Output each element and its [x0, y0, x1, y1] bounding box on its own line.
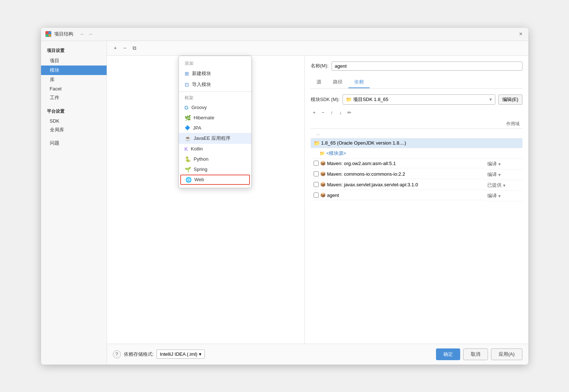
- new-module-icon: ⊞: [185, 71, 189, 76]
- dep-move-down-button[interactable]: ↓: [337, 109, 344, 116]
- jpa-icon: 🔷: [185, 125, 190, 130]
- maven-commons-scope[interactable]: 编译 ▾: [484, 169, 522, 180]
- maven-asm-scope[interactable]: 编译 ▾: [484, 159, 522, 169]
- javaee-icon: ☕: [185, 135, 191, 141]
- action-buttons: 确定 取消 应用(A): [436, 348, 522, 360]
- maven-asm-icon: 📦: [320, 161, 326, 166]
- dropdown-item-jpa[interactable]: 🔷 JPA: [179, 123, 251, 133]
- name-label: 名称(M):: [311, 63, 329, 69]
- dep-edit-button[interactable]: ✏: [346, 109, 353, 116]
- dropdown-item-kotlin[interactable]: K Kotlin: [179, 144, 251, 154]
- sidebar-item-problems[interactable]: 问题: [41, 138, 107, 148]
- scope-chevron-icon: ▾: [498, 193, 501, 199]
- close-button[interactable]: ×: [518, 31, 524, 37]
- module-source-link[interactable]: <模块源>: [326, 150, 346, 157]
- tab-source[interactable]: 源: [311, 76, 327, 88]
- tab-bar: 源 路径 依赖: [311, 76, 522, 89]
- sidebar-section-project-settings: 项目设置: [41, 45, 107, 56]
- add-dropdown: 添加 ⊞ 新建模块 ⊡ 导入模块 框架 G Groovy 🌿 Hibernat: [178, 56, 252, 188]
- name-input[interactable]: [332, 61, 522, 71]
- table-row[interactable]: 📁 1.8_65 (Oracle OpenJDK version 1.8....…: [311, 138, 522, 148]
- dep-checkbox-agent[interactable]: [314, 193, 319, 198]
- dep-checkbox-servlet[interactable]: [314, 182, 319, 187]
- maven-servlet-name: Maven: javax.servlet:javax.servlet-api:3…: [327, 182, 418, 187]
- sdk-chevron-icon: ▾: [489, 97, 492, 102]
- project-structure-dialog: 项目结构 ← → × 项目设置 项目 模块 库 Facet 工件 平台设置 SD…: [41, 28, 528, 365]
- dependency-table: 作用域 ... 📁 1.8_65 (Oracle Open: [311, 119, 522, 202]
- sdk-dep-icon: 📁: [314, 140, 320, 146]
- dropdown-item-groovy[interactable]: G Groovy: [179, 102, 251, 113]
- dep-remove-button[interactable]: −: [319, 109, 327, 116]
- module-detail-pane: 名称(M): 源 路径 依赖 模块SDK (M): 📁 项: [305, 56, 528, 344]
- table-row[interactable]: 📦 Maven: org.ow2.asm:asm-all:5.1 编译 ▾: [311, 159, 522, 169]
- title-bar: 项目结构 ← → ×: [41, 28, 528, 41]
- frameworks-section-label: 框架: [179, 93, 251, 102]
- sdk-label: 模块SDK (M):: [311, 96, 340, 103]
- tab-path[interactable]: 路径: [327, 76, 348, 88]
- dropdown-item-new-module[interactable]: ⊞ 新建模块: [179, 68, 251, 79]
- apply-button[interactable]: 应用(A): [491, 348, 522, 360]
- sdk-dep-name: 1.8_65 (Oracle OpenJDK version 1.8....): [321, 140, 406, 146]
- kotlin-icon: K: [185, 146, 188, 152]
- dropdown-item-import-module[interactable]: ⊡ 导入模块: [179, 79, 251, 90]
- module-agent-icon: 📦: [320, 193, 326, 198]
- dropdown-item-spring[interactable]: 🌱 Spring: [179, 164, 251, 175]
- dep-col-name: [311, 119, 484, 129]
- sidebar-item-project[interactable]: 项目: [41, 56, 107, 66]
- ok-button[interactable]: 确定: [436, 348, 460, 360]
- back-button[interactable]: ←: [79, 30, 86, 38]
- sidebar-item-sdk[interactable]: SDK: [41, 117, 107, 125]
- table-row[interactable]: 📦 Maven: commons-io:commons-io:2.2 编译 ▾: [311, 169, 522, 180]
- add-button[interactable]: +: [111, 44, 119, 52]
- remove-button[interactable]: −: [121, 44, 129, 52]
- scope-chevron-icon: ▾: [498, 172, 501, 178]
- sidebar-item-artifact[interactable]: 工件: [41, 93, 107, 102]
- dropdown-item-javaee[interactable]: ☕ JavaEE 应用程序: [179, 133, 251, 144]
- maven-servlet-scope[interactable]: 已提供 ▾: [484, 180, 522, 191]
- sidebar: 项目设置 项目 模块 库 Facet 工件 平台设置 SDK 全局库 问题: [41, 41, 107, 365]
- maven-commons-icon: 📦: [320, 171, 326, 176]
- python-icon: 🐍: [185, 156, 191, 162]
- svg-rect-0: [46, 31, 48, 34]
- dep-move-up-button[interactable]: ↑: [328, 109, 336, 116]
- main-content: 项目设置 项目 模块 库 Facet 工件 平台设置 SDK 全局库 问题 + …: [41, 41, 528, 365]
- svg-rect-2: [46, 34, 48, 37]
- dep-checkbox-asm[interactable]: [314, 161, 319, 166]
- scope-chevron-icon: ▾: [498, 161, 501, 167]
- dep-add-button[interactable]: +: [311, 109, 318, 116]
- help-button[interactable]: ?: [113, 350, 121, 358]
- cancel-button[interactable]: 取消: [463, 348, 488, 360]
- module-toolbar: + − ⧉: [107, 41, 528, 56]
- table-row[interactable]: 📦 agent 编译 ▾: [311, 191, 522, 201]
- sidebar-item-module[interactable]: 模块: [41, 66, 107, 75]
- dep-format-select[interactable]: IntelliJ IDEA (.iml) ▾: [156, 350, 205, 359]
- sdk-dep-scope: [484, 138, 522, 148]
- table-row[interactable]: 📁 <模块源>: [311, 148, 522, 159]
- sdk-edit-button[interactable]: 编辑(E): [498, 94, 522, 105]
- sidebar-item-facet[interactable]: Facet: [41, 85, 107, 93]
- dep-format-value: IntelliJ IDEA (.iml): [160, 351, 197, 357]
- dep-ellipsis-row: ...: [311, 128, 522, 138]
- content-area: + − ⧉ 名称(M):: [107, 41, 528, 365]
- table-row[interactable]: 📦 Maven: javax.servlet:javax.servlet-api…: [311, 180, 522, 191]
- forward-button[interactable]: →: [87, 30, 94, 38]
- sdk-value: 项目SDK 1.8_65: [353, 96, 388, 103]
- sidebar-item-library[interactable]: 库: [41, 75, 107, 85]
- dropdown-item-hibernate[interactable]: 🌿 Hibernate: [179, 113, 251, 123]
- dropdown-title: 添加: [179, 59, 251, 68]
- name-row: 名称(M):: [311, 61, 522, 71]
- dep-format-chevron-icon: ▾: [199, 351, 202, 357]
- scope-chevron-icon: ▾: [503, 183, 506, 188]
- nav-arrows: ← →: [79, 30, 94, 38]
- sidebar-item-global-library[interactable]: 全局库: [41, 125, 107, 135]
- copy-button[interactable]: ⧉: [130, 44, 138, 52]
- maven-asm-name: Maven: org.ow2.asm:asm-all:5.1: [327, 161, 396, 166]
- module-agent-scope[interactable]: 编译 ▾: [484, 191, 522, 201]
- sdk-select[interactable]: 📁 项目SDK 1.8_65 ▾: [343, 94, 495, 105]
- ellipsis: ...: [314, 130, 323, 137]
- dep-checkbox-commons-io[interactable]: [314, 171, 319, 176]
- dropdown-item-python[interactable]: 🐍 Python: [179, 154, 251, 164]
- tab-dependency[interactable]: 依赖: [348, 76, 370, 88]
- dropdown-item-web[interactable]: 🌐 Web: [180, 175, 250, 185]
- web-icon: 🌐: [185, 177, 192, 183]
